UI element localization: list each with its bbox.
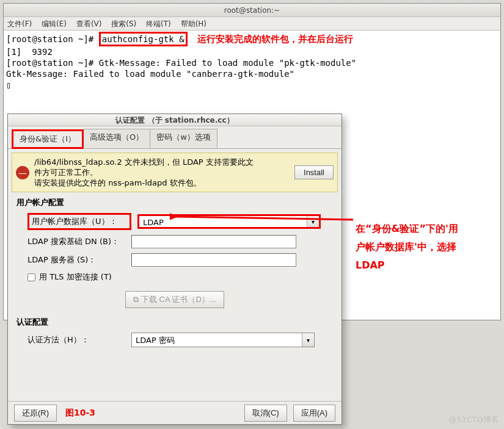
menu-terminal[interactable]: 终端(T) [146, 20, 171, 28]
user-db-value: LDAP [139, 216, 307, 227]
warning-bar: — /lib64/libnss_ldap.so.2 文件未找到，但 LDAP 支… [12, 153, 338, 192]
ldap-server-input[interactable] [131, 253, 296, 267]
terminal-menu: 文件(F) 编辑(E) 查看(V) 搜索(S) 终端(T) 帮助(H) [4, 17, 500, 31]
anno-cmd: 运行安装完成的软件包，并在后台运行 [197, 34, 353, 45]
install-button[interactable]: Install [294, 165, 334, 179]
download-icon: ⧉ [133, 295, 139, 304]
tab-password[interactable]: 密码（w）选项 [150, 129, 217, 148]
menu-file[interactable]: 文件(F) [7, 20, 32, 28]
figure-label: 图10-3 [65, 408, 95, 419]
apply-button[interactable]: 应用(A) [293, 405, 335, 422]
auth-method-value: LDAP 密码 [132, 333, 302, 347]
chevron-down-icon: ▾ [302, 333, 314, 347]
download-ca-button: ⧉ 下载 CA 证书（D）... [125, 291, 224, 308]
annotation-side: 在“身份&验证”下的'用 户帐户数据库'中，选择 LDAP [356, 220, 496, 275]
tls-label: 用 TLS 加密连接 (T) [39, 272, 112, 283]
menu-search[interactable]: 搜索(S) [111, 20, 136, 28]
user-db-label: 用户帐户数据库（U）： [27, 213, 131, 230]
menu-view[interactable]: 查看(V) [76, 20, 102, 28]
cancel-button[interactable]: 取消(C) [244, 405, 287, 422]
tls-checkbox[interactable] [27, 273, 35, 281]
tab-identity[interactable]: 身份&验证（I） [12, 129, 84, 149]
warning-text: /lib64/libnss_ldap.so.2 文件未找到，但 LDAP 支持需… [34, 157, 294, 188]
menu-help[interactable]: 帮助(H) [181, 20, 206, 28]
dialog-title: 认证配置 （于 station.rhce.cc） [8, 114, 341, 126]
menu-edit[interactable]: 编辑(E) [42, 20, 67, 28]
watermark: @51CTO博客 [448, 414, 499, 425]
user-db-combo[interactable]: LDAP ▾ [137, 214, 321, 229]
ldap-search-dn-input[interactable] [131, 235, 296, 248]
revert-button[interactable]: 还原(R) [14, 405, 57, 422]
cmd-highlight: authconfig-gtk & [99, 32, 188, 46]
stop-icon: — [16, 166, 29, 179]
chevron-down-icon: ▾ [307, 216, 319, 227]
terminal-title: root@station:~ [4, 4, 500, 17]
ldap-server-label: LDAP 服务器 (S)： [27, 254, 131, 265]
terminal-body[interactable]: [root@station ~]# authconfig-gtk & 运行安装完… [4, 31, 500, 92]
auth-method-combo[interactable]: LDAP 密码 ▾ [131, 333, 315, 347]
authconfig-dialog: 认证配置 （于 station.rhce.cc） 身份&验证（I） 高级选项（O… [7, 114, 342, 425]
auth-method-label: 认证方法（H）： [27, 334, 131, 345]
user-account-section-title: 用户帐户配置 [16, 197, 333, 208]
tab-advanced[interactable]: 高级选项（O） [83, 129, 150, 148]
auth-section-title: 认证配置 [16, 317, 333, 328]
ldap-search-dn-label: LDAP 搜索基础 DN (B)： [27, 236, 131, 247]
dialog-footer: 还原(R) 图10-3 取消(C) 应用(A) [8, 401, 341, 424]
tab-bar: 身份&验证（I） 高级选项（O） 密码（w）选项 [8, 129, 341, 149]
